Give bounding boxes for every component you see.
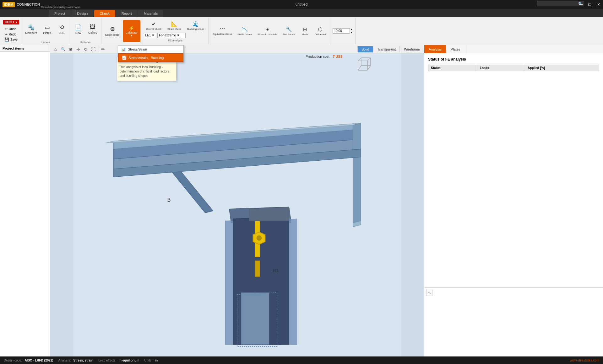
tab-report[interactable]: Report bbox=[116, 10, 138, 17]
main-content: Project items ⌂ 🔍 ⊕ ✛ ↻ ⛶ ✏ Solid Transp… bbox=[0, 45, 603, 356]
3d-preview-icon bbox=[352, 55, 374, 77]
units-item: Units: in bbox=[144, 359, 158, 362]
tooltip-body: Run analysis of local buckling - determi… bbox=[120, 65, 174, 78]
tab-analysis[interactable]: Analysis bbox=[424, 45, 446, 53]
tab-check[interactable]: Check bbox=[94, 10, 115, 17]
tab-design[interactable]: Design bbox=[71, 10, 93, 17]
gallery-button[interactable]: 🖼 Gallery bbox=[86, 18, 100, 40]
project-items-header: Project items bbox=[0, 45, 50, 52]
viewport-toolbar: ⌂ 🔍 ⊕ ✛ ↻ ⛶ ✏ Solid Transparent Wirefram… bbox=[50, 45, 424, 53]
maximize-button[interactable]: □ bbox=[585, 0, 594, 9]
cost-amount: 7 US$ bbox=[333, 55, 342, 58]
bolt-forces-button[interactable]: 🔧 Bolt forces bbox=[280, 20, 297, 42]
tab-plates[interactable]: Plates bbox=[446, 45, 465, 53]
stress-strain-buckling-icon: 📈 bbox=[122, 56, 127, 60]
undo-button[interactable]: ↩ Undo bbox=[3, 26, 19, 31]
toolbar-divider bbox=[98, 46, 98, 52]
for-extreme-select[interactable]: For extreme ▼ bbox=[157, 33, 186, 38]
con-badge[interactable]: CON 1 ▼ bbox=[3, 20, 19, 24]
stress-strain-buckling-option[interactable]: 📈 Stress/strain - Buckling bbox=[118, 53, 183, 62]
toolbar: CON 1 ▼ ↩ Undo ↪ Redo 💾 Save 🔩 Members bbox=[0, 17, 603, 45]
tab-materials[interactable]: Materials bbox=[138, 10, 164, 17]
mesh-value-input[interactable] bbox=[333, 28, 350, 34]
loads-col-header: Loads bbox=[477, 65, 525, 71]
right-panel-tabs: Analysis Plates bbox=[424, 45, 603, 53]
lcs-button[interactable]: ⟲ LCS bbox=[55, 18, 68, 40]
expand-button[interactable]: ⤡ bbox=[426, 290, 432, 296]
equivalent-stress-button[interactable]: 〰 Equivalent stress bbox=[210, 20, 234, 42]
svg-text:B: B bbox=[167, 197, 171, 203]
window-controls: — □ ✕ bbox=[577, 0, 603, 9]
svg-rect-17 bbox=[255, 261, 260, 277]
status-col-header: Status bbox=[428, 65, 477, 71]
search-view-button[interactable]: 🔍 bbox=[60, 46, 67, 53]
strain-check-button[interactable]: 📐 Strain check bbox=[165, 20, 184, 32]
paint-button[interactable]: ✏ bbox=[100, 46, 106, 53]
stress-strain-option[interactable]: 📊 Stress/strain bbox=[118, 46, 183, 53]
plates-button[interactable]: ▭ Plates bbox=[40, 18, 54, 40]
zoom-fit-button[interactable]: ⊕ bbox=[67, 46, 74, 53]
app-name-label: CONNECTION bbox=[17, 3, 40, 6]
svg-marker-20 bbox=[249, 207, 289, 221]
design-code-item: Design code: AISC - LRFD (2022) bbox=[4, 359, 53, 362]
window-title: untitled bbox=[296, 2, 308, 7]
app-logo: IDEA CONNECTION Calculate yesterday's es… bbox=[3, 2, 40, 7]
svg-line-28 bbox=[358, 66, 361, 70]
website-label: www.ideastatica.com bbox=[570, 359, 599, 362]
svg-line-26 bbox=[367, 66, 371, 70]
new-button[interactable]: 📄 New bbox=[71, 18, 85, 40]
mesh-button[interactable]: ⊟ Mesh bbox=[298, 20, 312, 42]
load-effects-item: Load effects: In equilibrium bbox=[98, 359, 139, 362]
analysis-item: Analysis: Stress, strain bbox=[58, 359, 93, 362]
svg-point-19 bbox=[257, 236, 261, 240]
rotate-button[interactable]: ↻ bbox=[82, 46, 89, 53]
stress-in-contacts-button[interactable]: ⊞ Stress in contacts bbox=[255, 20, 280, 42]
le1-select[interactable]: LE1 ▼ bbox=[144, 33, 156, 38]
home-view-button[interactable]: ⌂ bbox=[52, 46, 59, 53]
code-setup-button[interactable]: ⚙ Code setup bbox=[103, 20, 122, 42]
minimize-button[interactable]: — bbox=[577, 0, 585, 9]
svg-marker-21 bbox=[241, 293, 269, 345]
svg-marker-11 bbox=[353, 123, 361, 223]
right-panel-lower: ⤡ bbox=[424, 287, 603, 356]
pictures-section: Pictures bbox=[71, 41, 100, 44]
viewport[interactable]: ⌂ 🔍 ⊕ ✛ ↻ ⛶ ✏ Solid Transparent Wirefram… bbox=[50, 45, 424, 356]
idea-brand: IDEA bbox=[3, 2, 15, 7]
applied-col-header: Applied [%] bbox=[525, 65, 599, 71]
buckling-shape-button[interactable]: 🌊 Buckling shape bbox=[185, 20, 207, 32]
pan-button[interactable]: ✛ bbox=[75, 46, 82, 53]
members-button[interactable]: 🔩 Members bbox=[23, 18, 40, 40]
right-panel-content: Status of FE analysis Status Loads Appli… bbox=[424, 53, 603, 287]
plastic-strain-button[interactable]: 📉 Plastic strain bbox=[235, 20, 254, 42]
svg-line-33 bbox=[367, 58, 371, 61]
statusbar: Design code: AISC - LRFD (2022) Analysis… bbox=[0, 356, 603, 364]
wireframe-view-button[interactable]: Wireframe bbox=[400, 46, 424, 52]
status-title: Status of FE analysis bbox=[428, 57, 599, 62]
tab-project[interactable]: Project bbox=[49, 10, 71, 17]
save-button[interactable]: 💾 Save bbox=[3, 37, 19, 42]
status-table: Status Loads Applied [%] bbox=[428, 65, 599, 71]
3d-model: B B1 bbox=[50, 53, 424, 356]
overall-check-button[interactable]: ✔ Overall check bbox=[144, 20, 164, 32]
right-panel: Analysis Plates Status of FE analysis St… bbox=[424, 45, 603, 356]
title-bar: IDEA CONNECTION Calculate yesterday's es… bbox=[0, 0, 603, 9]
nav-tabs: Project Design Check Report Materials bbox=[0, 9, 603, 17]
fullscreen-button[interactable]: ⛶ bbox=[90, 46, 97, 53]
deformed-button[interactable]: ⬡ Deformed bbox=[312, 20, 329, 42]
close-button[interactable]: ✕ bbox=[594, 0, 603, 9]
production-cost-badge: Production cost - 7 US$ bbox=[306, 55, 342, 58]
svg-text:B1: B1 bbox=[273, 268, 279, 273]
mesh-down-button[interactable]: ▼ bbox=[350, 31, 353, 34]
left-panel: Project items bbox=[0, 45, 50, 356]
svg-line-34 bbox=[358, 58, 361, 61]
transparent-view-button[interactable]: Transparent bbox=[373, 46, 400, 52]
mesh-up-button[interactable]: ▲ bbox=[350, 28, 353, 31]
fe-analysis-section: FE analysis bbox=[144, 39, 207, 42]
app-subtitle: Calculate yesterday's estimates bbox=[41, 6, 80, 9]
stress-strain-icon: 📊 bbox=[121, 47, 126, 51]
redo-button[interactable]: ↪ Redo bbox=[3, 32, 19, 37]
labels-section: Labels bbox=[23, 41, 68, 44]
calculate-button[interactable]: ⚡ Calculate ▼ bbox=[123, 20, 140, 42]
solid-view-button[interactable]: Solid bbox=[357, 46, 373, 52]
calculate-dropdown: 📊 Stress/strain 📈 Stress/strain - Buckli… bbox=[118, 45, 184, 62]
